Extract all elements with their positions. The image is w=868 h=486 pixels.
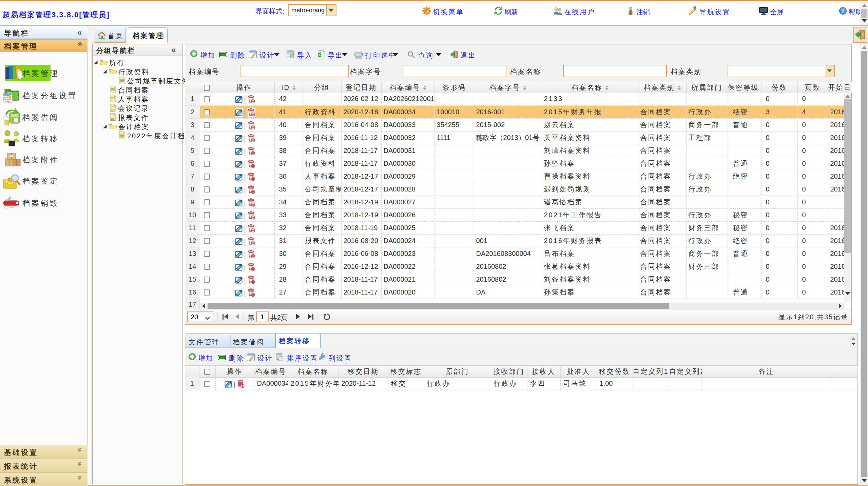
svg-text:?: ?	[841, 8, 844, 14]
